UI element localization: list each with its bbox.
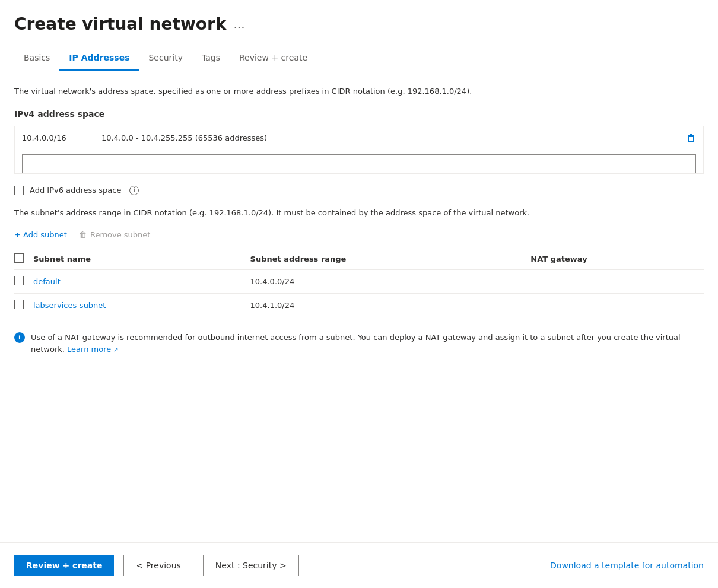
footer: Review + create < Previous Next : Securi… (0, 542, 718, 588)
subnet-col-nat: NAT gateway (530, 249, 704, 270)
ipv4-section-label: IPv4 address space (14, 109, 704, 119)
subnet-row-check (14, 294, 33, 317)
remove-subnet-label: Remove subnet (90, 230, 151, 239)
tab-basics[interactable]: Basics (14, 46, 59, 71)
delete-ipv4-icon[interactable]: 🗑 (687, 132, 696, 144)
learn-more-link[interactable]: Learn more ↗ (67, 345, 119, 354)
subnet-col-check (14, 249, 33, 270)
add-subnet-button[interactable]: + Add subnet (14, 230, 67, 239)
download-template-link[interactable]: Download a template for automation (550, 561, 704, 570)
subnet-row-nat: - (530, 270, 704, 294)
nat-info-banner: i Use of a NAT gateway is recommended fo… (14, 332, 704, 355)
tab-ip-addresses[interactable]: IP Addresses (59, 46, 139, 71)
ipv4-address-space-container: 10.4.0.0/16 10.4.0.0 - 10.4.255.255 (655… (14, 126, 704, 174)
external-link-icon: ↗ (113, 347, 118, 353)
subnet-row-checkbox[interactable] (14, 300, 24, 309)
previous-button[interactable]: < Previous (123, 555, 193, 576)
subnet-col-range: Subnet address range (250, 249, 531, 270)
info-icon: i (14, 332, 25, 343)
trash-icon-remove: 🗑 (79, 230, 87, 239)
subnet-row-range: 10.4.1.0/24 (250, 294, 531, 317)
nat-info-text: Use of a NAT gateway is recommended for … (31, 332, 704, 355)
subnet-row-range: 10.4.0.0/24 (250, 270, 531, 294)
ipv4-cidr: 10.4.0.0/16 (22, 134, 87, 142)
tab-security[interactable]: Security (139, 46, 192, 71)
ipv6-checkbox[interactable] (14, 186, 24, 195)
ipv6-info-icon[interactable]: i (129, 186, 139, 195)
tab-tags[interactable]: Tags (192, 46, 230, 71)
subnet-col-name: Subnet name (33, 249, 250, 270)
subnet-row-nat: - (530, 294, 704, 317)
ipv4-address-row: 10.4.0.0/16 10.4.0.0 - 10.4.255.255 (655… (22, 126, 696, 150)
remove-subnet-button[interactable]: 🗑 Remove subnet (79, 230, 151, 239)
subnet-row-name: labservices-subnet (33, 294, 250, 317)
ipv4-range: 10.4.0.0 - 10.4.255.255 (65536 addresses… (101, 134, 672, 142)
tab-review-create[interactable]: Review + create (230, 46, 317, 71)
subnet-table: Subnet name Subnet address range NAT gat… (14, 249, 704, 317)
subnet-row-checkbox[interactable] (14, 276, 24, 285)
table-row: labservices-subnet 10.4.1.0/24 - (14, 294, 704, 317)
subnet-description: The subnet's address range in CIDR notat… (14, 207, 704, 219)
tab-bar: Basics IP Addresses Security Tags Review… (14, 46, 704, 71)
subnet-name-link[interactable]: labservices-subnet (33, 301, 106, 310)
subnet-name-link[interactable]: default (33, 277, 61, 286)
review-create-button[interactable]: Review + create (14, 555, 114, 576)
page-title: Create virtual network (14, 14, 226, 34)
address-space-description: The virtual network's address space, spe… (14, 85, 704, 97)
ipv6-checkbox-row: Add IPv6 address space i (14, 186, 704, 195)
ipv6-label: Add IPv6 address space (30, 186, 121, 195)
table-row: default 10.4.0.0/24 - (14, 270, 704, 294)
subnet-row-name: default (33, 270, 250, 294)
next-security-button[interactable]: Next : Security > (203, 555, 299, 576)
ellipsis-menu[interactable]: ... (233, 17, 244, 31)
subnet-select-all[interactable] (14, 253, 24, 263)
ipv4-address-input[interactable] (22, 154, 696, 173)
subnet-actions: + Add subnet 🗑 Remove subnet (14, 230, 704, 239)
subnet-row-check (14, 270, 33, 294)
